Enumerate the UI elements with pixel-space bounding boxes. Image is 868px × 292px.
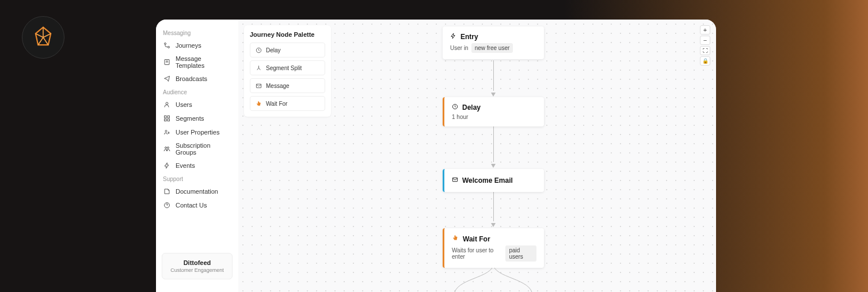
node-title: Welcome Email xyxy=(462,176,513,185)
palette-label: Segment Split xyxy=(266,65,302,71)
nav-label: Users xyxy=(176,101,192,108)
palette-label: Message xyxy=(266,83,290,89)
node-prefix: Waits for user to enter xyxy=(452,247,502,260)
journey-canvas[interactable]: Journey Node Palette Delay Segment Split… xyxy=(238,20,716,292)
segment-icon xyxy=(163,114,171,122)
edge xyxy=(493,125,494,168)
user-icon xyxy=(163,101,171,109)
nav-userprops[interactable]: User Properties xyxy=(156,125,238,139)
nav-segments[interactable]: Segments xyxy=(156,112,238,125)
svg-rect-7 xyxy=(167,116,170,118)
svg-point-13 xyxy=(167,147,169,149)
node-sub: 1 hour xyxy=(452,114,468,120)
split-icon xyxy=(255,64,262,71)
svg-point-5 xyxy=(166,102,168,105)
nav-journeys[interactable]: Journeys xyxy=(156,39,238,52)
fit-button[interactable]: ⛶ xyxy=(700,46,710,55)
node-title: Wait For xyxy=(463,235,490,243)
node-palette: Journey Node Palette Delay Segment Split… xyxy=(244,25,331,117)
brand-box: Dittofeed Customer Engagement xyxy=(162,253,233,279)
node-waitfor[interactable]: Wait For Waits for user to enterpaid use… xyxy=(443,228,544,268)
clock-icon xyxy=(452,103,458,112)
split-edge xyxy=(443,264,544,292)
journeys-icon xyxy=(163,41,171,49)
lock-button[interactable]: 🔒 xyxy=(700,56,710,66)
doc-icon xyxy=(163,187,171,195)
mail-icon xyxy=(255,82,262,89)
hand-icon xyxy=(255,100,262,107)
nav-label: Subscription Groups xyxy=(176,142,231,156)
nav-label: Contact Us xyxy=(176,202,207,209)
brand-name: Dittofeed xyxy=(168,259,226,266)
segment-chip: new free user xyxy=(471,43,513,53)
palette-label: Delay xyxy=(266,47,281,53)
palette-message[interactable]: Message xyxy=(250,78,325,93)
svg-point-11 xyxy=(168,132,169,133)
palette-delay[interactable]: Delay xyxy=(250,43,325,57)
nav-templates[interactable]: Message Templates xyxy=(156,52,238,72)
node-prefix: User in xyxy=(450,45,469,51)
nav-docs[interactable]: Documentation xyxy=(156,185,238,198)
nav-label: Documentation xyxy=(176,188,218,195)
palette-label: Wait For xyxy=(266,101,287,107)
template-icon xyxy=(163,58,171,66)
svg-point-10 xyxy=(165,130,167,132)
palette-title: Journey Node Palette xyxy=(250,31,325,38)
node-title: Delay xyxy=(462,103,481,112)
nav-label: Broadcasts xyxy=(176,75,207,82)
nav-broadcasts[interactable]: Broadcasts xyxy=(156,72,238,86)
broadcast-icon xyxy=(163,75,171,83)
svg-rect-6 xyxy=(165,116,167,118)
edge xyxy=(493,60,494,97)
canvas-controls: + − ⛶ 🔒 xyxy=(700,25,710,66)
node-delay[interactable]: Delay 1 hour xyxy=(443,97,544,126)
brand-tagline: Customer Engagement xyxy=(168,267,226,273)
app-window: Messaging Journeys Message Templates Bro… xyxy=(156,20,716,292)
bolt-icon xyxy=(163,162,171,170)
palette-waitfor[interactable]: Wait For xyxy=(250,96,325,111)
palette-split[interactable]: Segment Split xyxy=(250,60,325,75)
app-logo xyxy=(22,16,64,59)
nav-subgroups[interactable]: Subscription Groups xyxy=(156,139,238,159)
nav-label: Events xyxy=(176,162,195,169)
segment-chip: paid users xyxy=(505,245,536,262)
mail-icon xyxy=(452,176,458,185)
nav-events[interactable]: Events xyxy=(156,159,238,172)
nav-label: User Properties xyxy=(176,129,219,136)
zoom-out-button[interactable]: − xyxy=(700,36,710,45)
userprops-icon xyxy=(163,128,171,136)
node-title: Entry xyxy=(460,33,478,41)
node-welcome-email[interactable]: Welcome Email xyxy=(443,169,544,192)
nav-contact[interactable]: Contact Us xyxy=(156,198,238,212)
edge xyxy=(493,190,494,227)
bolt-icon xyxy=(450,33,456,41)
svg-point-0 xyxy=(165,43,166,45)
section-messaging: Messaging xyxy=(156,26,238,39)
nav-label: Segments xyxy=(176,115,204,122)
node-entry[interactable]: Entry User innew free user xyxy=(443,26,544,59)
clock-icon xyxy=(255,47,262,53)
svg-point-12 xyxy=(165,147,167,149)
section-support: Support xyxy=(156,172,238,185)
zoom-in-button[interactable]: + xyxy=(700,25,710,34)
svg-rect-9 xyxy=(167,119,170,121)
nav-users[interactable]: Users xyxy=(156,98,238,112)
nav-label: Journeys xyxy=(176,42,201,49)
contact-icon xyxy=(163,201,171,209)
sidebar: Messaging Journeys Message Templates Bro… xyxy=(156,20,238,292)
subgroup-icon xyxy=(163,145,171,153)
svg-point-1 xyxy=(168,47,170,48)
section-audience: Audience xyxy=(156,86,238,98)
hand-icon xyxy=(452,235,459,243)
svg-rect-8 xyxy=(165,119,167,121)
nav-label: Message Templates xyxy=(176,55,231,69)
